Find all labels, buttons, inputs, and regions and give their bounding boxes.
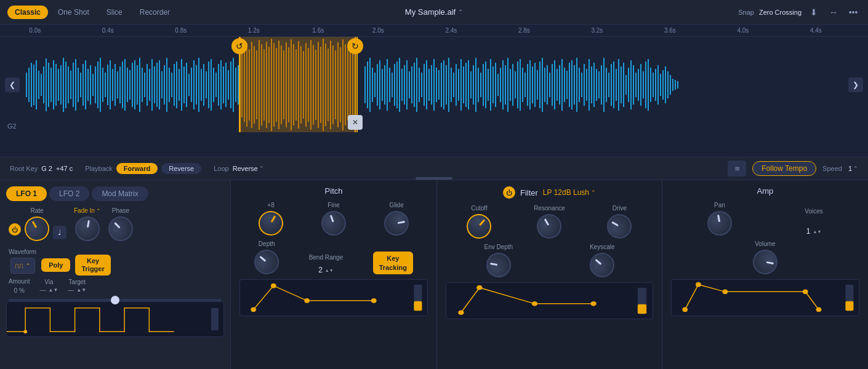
selection-close-button[interactable]: ✕ [348,115,363,130]
svg-rect-248 [645,62,646,108]
resonance-knob[interactable] [532,210,566,244]
svg-rect-69 [196,65,197,105]
mode-tab-classic[interactable]: Classic [7,6,48,19]
mode-tab-recorder[interactable]: Recorder [132,6,177,19]
svg-rect-52 [154,66,155,103]
volume-group: Volume [753,240,778,274]
loop-end-handle[interactable]: ↻ [347,38,363,54]
svg-rect-5 [38,71,39,99]
voices-stepper-icon[interactable]: ▲▼ [813,229,821,234]
drive-knob[interactable] [603,210,637,244]
note-sync-button[interactable]: ♩ [53,226,66,239]
tab-lfo1[interactable]: LFO 1 [6,186,47,201]
svg-rect-171 [456,64,457,106]
svg-rect-230 [601,65,602,105]
follow-tempo-button[interactable]: Follow Tempo [752,161,816,176]
speed-label: Speed [822,165,842,172]
time-marker-2: 0.8s [175,27,187,34]
pitch-envelope[interactable] [239,279,428,316]
fine-knob[interactable] [318,207,349,239]
svg-rect-19 [73,63,74,107]
svg-rect-71 [201,69,202,101]
svg-rect-219 [574,65,575,105]
lfo-power-button[interactable]: ⏻ [9,223,21,236]
root-key-value[interactable]: G 2 [41,165,52,172]
nav-right-arrow[interactable]: ❯ [848,77,863,92]
svg-rect-154 [414,63,415,107]
filter-envelope[interactable] [446,282,653,319]
waveform-canvas[interactable]: ↺ ↻ ✕ ❮ ❯ G2 [0,37,868,132]
amount-slider-thumb[interactable] [111,296,119,304]
waveform-selector[interactable]: ⎍⎍ ⌃ [10,258,35,274]
svg-point-282 [816,307,821,312]
svg-rect-82 [228,70,229,100]
voices-control[interactable]: 1 ▲▼ [806,227,822,236]
lfo-graph [6,301,224,337]
via-stepper-icon[interactable]: ▲▼ [48,287,58,293]
waveform-display-button[interactable]: ≋ [728,161,746,177]
playback-label: Playback [85,165,113,172]
reverse-button[interactable]: Reverse [161,163,201,174]
poly-button[interactable]: Poly [41,258,70,272]
svg-rect-156 [419,68,420,102]
speed-value[interactable]: 1 ⌃ [848,165,858,172]
svg-rect-16 [65,62,66,108]
volume-knob[interactable] [751,248,779,276]
filter-power-button[interactable]: ⏻ [503,186,515,199]
target-stepper-icon[interactable]: ▲▼ [76,287,86,293]
svg-rect-31 [102,68,103,102]
mode-tab-slice[interactable]: Slice [99,6,130,19]
keyscale-knob[interactable] [585,248,619,282]
download-icon[interactable]: ⬇ [806,5,821,20]
svg-rect-75 [211,59,212,111]
phase-knob[interactable] [103,212,139,247]
nav-left-arrow[interactable]: ❮ [5,77,20,92]
svg-rect-8 [46,58,47,111]
fit-icon[interactable]: ↔ [826,5,841,20]
env-depth-knob[interactable] [484,251,513,279]
pan-knob[interactable] [705,209,734,237]
fade-in-knob[interactable] [73,215,102,243]
cutoff-knob[interactable] [462,209,496,244]
selection-overlay[interactable]: ↺ ↻ ✕ [239,37,356,132]
filter-type-selector[interactable]: LP 12dB Lush ⌃ [543,188,596,197]
svg-rect-138 [374,73,376,97]
key-trigger-button[interactable]: Key Trigger [75,255,110,276]
bend-stepper-icon[interactable]: ▲▼ [325,268,334,272]
tab-mod-matrix[interactable]: Mod Matrix [92,186,148,201]
forward-button[interactable]: Forward [116,163,158,174]
more-icon[interactable]: ••• [846,5,861,20]
key-tracking-button[interactable]: KeyTracking [373,252,413,274]
target-value-row[interactable]: — ▲▼ [68,287,86,293]
amount-slider[interactable] [9,299,222,301]
bend-range-control[interactable]: 2 ▲▼ [318,266,334,274]
via-value-row[interactable]: — ▲▼ [39,287,58,293]
svg-rect-252 [655,69,656,101]
scroll-indicator[interactable] [416,177,452,180]
phase-group: Phase [108,207,133,241]
time-marker-3: 1.2s [248,27,260,34]
coarse-knob[interactable] [254,207,288,240]
svg-rect-261 [677,81,678,89]
loop-start-handle[interactable]: ↺ [231,38,247,54]
loop-value[interactable]: Reverse ⌃ [233,165,264,172]
glide-knob[interactable] [382,209,411,237]
svg-rect-227 [593,63,595,107]
file-title[interactable]: My Sample.aif ⌃ [405,7,463,17]
time-marker-11: 4.4s [810,27,822,34]
svg-rect-84 [233,58,234,112]
svg-rect-176 [468,60,469,109]
rate-knob[interactable] [20,212,54,246]
svg-rect-147 [396,62,398,108]
depth-knob[interactable] [249,245,284,279]
svg-rect-177 [470,71,472,98]
svg-rect-68 [193,60,195,109]
waveform-group: Waveform ⎍⎍ ⌃ [9,248,36,274]
tab-lfo2[interactable]: LFO 2 [49,186,89,201]
amp-envelope[interactable] [671,279,859,316]
mode-tab-oneshot[interactable]: One Shot [50,6,97,19]
waveform-shape-icon: ⎍⎍ [15,262,23,269]
snap-value[interactable]: Zero Crossing [759,9,802,16]
svg-rect-232 [606,68,607,102]
svg-rect-196 [517,62,518,108]
